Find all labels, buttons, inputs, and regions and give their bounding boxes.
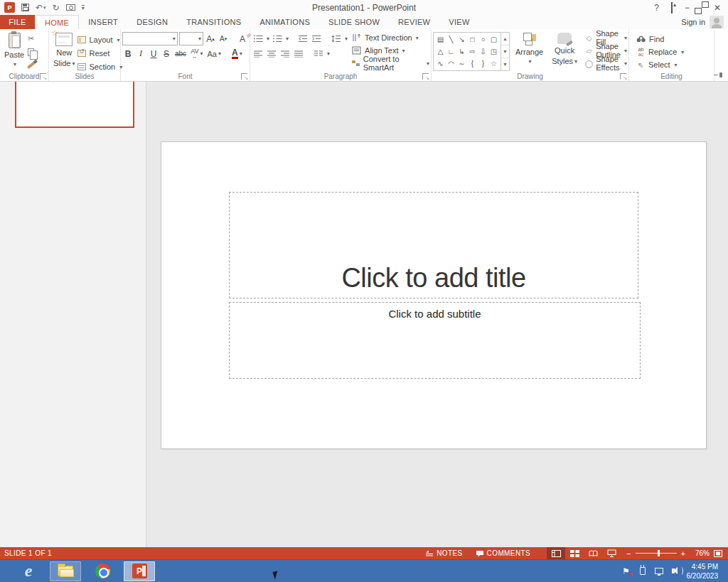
decrease-font-size-button[interactable]: A▾ xyxy=(218,33,229,45)
close-button[interactable]: ✕ xyxy=(714,4,721,12)
chrome-button[interactable] xyxy=(87,561,118,581)
start-slideshow-button[interactable] xyxy=(66,4,75,11)
shape-curve[interactable]: ∼ xyxy=(456,58,467,70)
gallery-scroll-up[interactable]: ▲ xyxy=(501,33,509,45)
clear-formatting-button[interactable]: A xyxy=(237,33,248,45)
justify-button[interactable] xyxy=(292,48,304,60)
font-size-combobox[interactable]: ▾ xyxy=(179,32,203,45)
help-button[interactable]: ? xyxy=(654,4,659,12)
internet-explorer-button[interactable]: e xyxy=(13,561,44,581)
align-center-button[interactable] xyxy=(265,48,277,60)
shape-arrow-down[interactable]: ⇩ xyxy=(478,45,488,58)
network-tray-button[interactable] xyxy=(654,566,664,576)
font-color-button[interactable]: A▾ xyxy=(230,48,244,60)
bold-button[interactable]: B xyxy=(122,48,134,60)
gallery-scroll-down[interactable]: ▼ xyxy=(501,45,509,58)
comments-button[interactable]: COMMENTS xyxy=(469,547,537,559)
volume-tray-button[interactable] xyxy=(670,566,680,576)
shape-arc[interactable]: ◠ xyxy=(446,58,456,70)
action-center-flag-button[interactable]: ⚑✕ xyxy=(621,566,631,576)
subtitle-placeholder[interactable]: Click to add subtitle xyxy=(229,302,641,379)
align-right-button[interactable] xyxy=(279,48,291,60)
zoom-slider[interactable] xyxy=(636,553,677,554)
slide-sorter-view-button[interactable] xyxy=(565,547,584,559)
shape-line[interactable]: ╲ xyxy=(446,33,456,45)
text-direction-button[interactable]: Text Direction▾ xyxy=(350,31,429,44)
shape-rectangle[interactable]: □ xyxy=(467,33,478,45)
customize-qat-button[interactable]: ▾ xyxy=(82,5,85,11)
fit-slide-to-window-button[interactable] xyxy=(714,550,728,557)
redo-button[interactable]: ↻ xyxy=(53,4,60,12)
tab-review[interactable]: REVIEW xyxy=(389,15,439,29)
layout-button[interactable]: Layout▾ xyxy=(77,34,122,45)
italic-button[interactable]: I xyxy=(135,48,146,60)
font-size-dropdown[interactable]: ▾ xyxy=(198,36,201,42)
powerpoint-taskbar-button[interactable]: P xyxy=(124,561,155,581)
align-left-button[interactable] xyxy=(252,48,264,60)
format-painter-button[interactable] xyxy=(27,60,35,71)
tab-transitions[interactable]: TRANSITIONS xyxy=(177,15,250,29)
decrease-indent-button[interactable] xyxy=(296,33,309,45)
drawing-dialog-launcher[interactable] xyxy=(620,73,626,80)
tab-design[interactable]: DESIGN xyxy=(127,15,177,29)
shape-elbow-connector[interactable]: ∟ xyxy=(446,45,456,58)
shape-left-brace[interactable]: { xyxy=(467,58,478,70)
numbering-button[interactable] xyxy=(271,33,283,45)
notes-button[interactable]: NOTES xyxy=(419,547,469,559)
clipboard-dialog-launcher[interactable] xyxy=(40,73,46,80)
paragraph-dialog-launcher[interactable] xyxy=(422,73,429,80)
strikethrough-button[interactable]: abc xyxy=(173,48,188,60)
shape-effects-button[interactable]: ◯Shape Effects▾ xyxy=(584,57,627,70)
tab-file[interactable]: FILE xyxy=(0,15,35,29)
zoom-slider-thumb[interactable] xyxy=(658,550,660,556)
find-button[interactable]: Find xyxy=(636,33,712,45)
reading-view-button[interactable] xyxy=(584,547,602,559)
line-spacing-button[interactable] xyxy=(330,33,342,45)
reset-button[interactable]: Reset xyxy=(77,48,122,59)
tab-insert[interactable]: INSERT xyxy=(79,15,127,29)
columns-dropdown[interactable]: ▾ xyxy=(327,50,330,57)
underline-button[interactable]: U xyxy=(148,48,159,60)
save-button[interactable] xyxy=(21,4,29,11)
powerpoint-app-icon[interactable]: P xyxy=(4,2,15,13)
tab-slideshow[interactable]: SLIDE SHOW xyxy=(319,15,389,29)
columns-button[interactable] xyxy=(312,48,324,60)
sign-in-button[interactable]: Sign in xyxy=(681,15,728,29)
bullets-button[interactable] xyxy=(252,33,264,45)
quick-styles-dropdown[interactable]: ▾ xyxy=(574,58,577,65)
slide-show-button[interactable] xyxy=(602,547,621,559)
tab-view[interactable]: VIEW xyxy=(439,15,478,29)
cut-button[interactable]: ✂ xyxy=(27,33,35,44)
shape-arrow-right[interactable]: ⇨ xyxy=(467,45,478,58)
taskbar-clock[interactable]: 4:45 PM 6/20/2023 xyxy=(687,562,722,581)
shape-right-brace[interactable]: } xyxy=(478,58,488,70)
file-explorer-button[interactable] xyxy=(50,561,81,581)
shape-corner[interactable]: ◳ xyxy=(488,45,499,58)
slide-thumbnail-panel[interactable] xyxy=(0,82,146,547)
ribbon-display-options-button[interactable] xyxy=(671,4,673,12)
section-button[interactable]: Section▾ xyxy=(77,61,122,72)
shape-star[interactable]: ☆ xyxy=(488,58,499,70)
shape-arrow[interactable]: ↘ xyxy=(456,33,467,45)
shape-textbox[interactable]: ▤ xyxy=(435,33,446,45)
copy-button[interactable] xyxy=(27,46,35,58)
font-name-combobox[interactable]: ▾ xyxy=(122,32,178,45)
font-name-dropdown[interactable]: ▾ xyxy=(173,36,176,42)
minimize-button[interactable]: − xyxy=(685,4,690,12)
zoom-in-button[interactable]: + xyxy=(681,549,685,558)
font-color-dropdown[interactable]: ▾ xyxy=(240,50,242,57)
increase-font-size-button[interactable]: A▴ xyxy=(205,33,216,45)
shape-oval[interactable]: ○ xyxy=(478,33,488,45)
zoom-level[interactable]: 76% xyxy=(691,549,714,557)
replace-button[interactable]: abacReplace▾ xyxy=(636,45,712,58)
increase-indent-button[interactable] xyxy=(310,33,322,45)
new-slide-dropdown[interactable]: ▾ xyxy=(72,60,75,67)
power-tray-button[interactable] xyxy=(638,566,648,576)
slide-canvas[interactable]: Click to add title Click to add subtitle xyxy=(161,141,707,449)
character-spacing-button[interactable]: AV↔▾ xyxy=(189,48,204,60)
gallery-more-button[interactable]: ▼ xyxy=(501,58,509,70)
title-placeholder[interactable]: Click to add title xyxy=(229,192,638,298)
shape-triangle[interactable]: △ xyxy=(435,45,446,58)
replace-dropdown[interactable]: ▾ xyxy=(681,49,684,55)
undo-button[interactable]: ↶▾ xyxy=(36,4,46,12)
